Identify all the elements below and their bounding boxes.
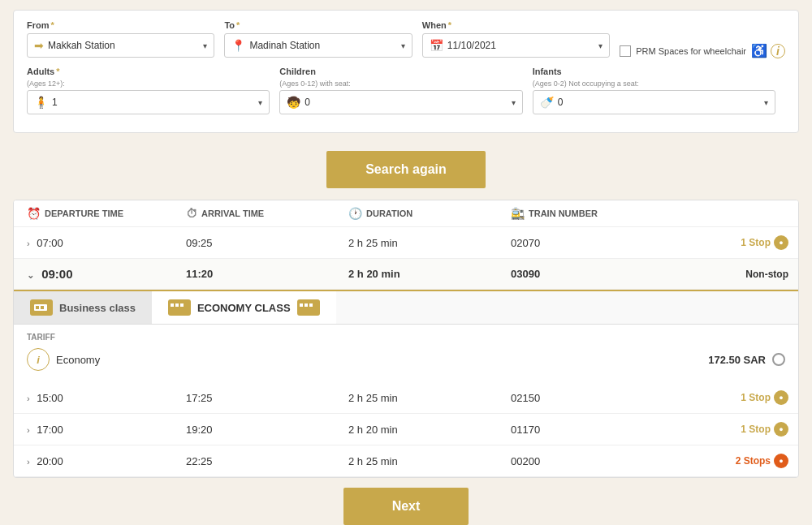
stop-icon: ● <box>774 390 788 405</box>
to-location-icon: 📍 <box>231 39 245 52</box>
economy-class-icon <box>168 299 191 316</box>
info-icon: i <box>771 44 785 58</box>
from-chevron-icon: ▾ <box>203 41 207 50</box>
child-icon: 🧒 <box>287 96 300 109</box>
stop-icon: ● <box>774 422 788 437</box>
business-class-icon <box>30 299 53 316</box>
adults-select[interactable]: 🧍 1 ▾ <box>27 90 270 114</box>
duration: 2 h 20 min <box>348 268 511 280</box>
expand-icon: › <box>27 457 30 467</box>
to-value: Madinah Station <box>249 40 400 51</box>
to-chevron-icon: ▾ <box>401 41 405 50</box>
tariff-section: TARIFF i Economy 172.50 SAR <box>14 325 798 382</box>
form-row-2: Adults* (Ages 12+): 🧍 1 ▾ Children (Ages… <box>27 67 785 114</box>
tariff-row: i Economy 172.50 SAR <box>27 348 785 371</box>
economy-seat-icon <box>297 299 320 316</box>
train-number: 01170 <box>511 424 540 436</box>
train-row[interactable]: › 07:00 09:25 2 h 25 min 02070 1 Stop ● <box>14 227 798 259</box>
expand-icon: › <box>27 394 30 403</box>
from-value: Makkah Station <box>48 40 203 51</box>
train-row[interactable]: › 15:00 17:25 2 h 25 min 02150 1 Stop ● <box>14 382 798 414</box>
train-right: 03090 Non-stop <box>511 268 788 280</box>
train-row[interactable]: › 17:00 19:20 2 h 20 min 01170 1 Stop ● <box>14 414 798 445</box>
svg-rect-6 <box>180 303 184 307</box>
duration: 2 h 20 min <box>348 424 511 436</box>
expand-icon: › <box>27 425 30 435</box>
train-icon: 🚉 <box>511 207 525 220</box>
adult-icon: 🧍 <box>34 96 48 109</box>
duration: 2 h 25 min <box>348 237 511 249</box>
departure-time: ⌄ 09:00 <box>24 267 186 281</box>
duration: 2 h 25 min <box>348 455 511 467</box>
children-select[interactable]: 🧒 0 ▾ <box>279 90 522 114</box>
next-section: Next <box>13 478 799 525</box>
from-group: From* ➡ Makkah Station ▾ <box>27 20 214 58</box>
collapse-icon: ⌄ <box>27 270 34 280</box>
when-select[interactable]: 📅 11/10/2021 ▾ <box>422 33 610 58</box>
svg-rect-1 <box>36 306 39 309</box>
from-select[interactable]: ➡ Makkah Station ▾ <box>27 33 214 58</box>
calendar-icon: 📅 <box>430 39 443 52</box>
svg-rect-8 <box>300 303 303 307</box>
tariff-radio[interactable] <box>772 353 785 366</box>
expand-icon: › <box>27 239 30 248</box>
tariff-info-icon: i <box>27 348 50 371</box>
results-header: ⏰ DEPARTURE TIME ⏱ ARRIVAL TIME 🕐 DURATI… <box>14 200 798 227</box>
col-arrival-header: ⏱ ARRIVAL TIME <box>186 207 348 220</box>
train-row-expanded[interactable]: ⌄ 09:00 11:20 2 h 20 min 03090 Non-stop <box>14 259 798 290</box>
stop-badge: 1 Stop ● <box>741 235 788 250</box>
train-right: 02150 1 Stop ● <box>511 390 788 405</box>
svg-rect-2 <box>41 306 44 309</box>
arrival-time: 09:25 <box>186 237 348 249</box>
stop-text: 1 Stop <box>741 424 771 435</box>
train-right: 02070 1 Stop ● <box>511 235 788 250</box>
duration-clock-icon: 🕐 <box>348 207 362 220</box>
prm-group: PRM Spaces for wheelchair ♿ i <box>620 20 785 58</box>
search-again-button[interactable]: Search again <box>326 151 486 188</box>
departure-time: › 20:00 <box>24 455 186 467</box>
stop-badge: 1 Stop ● <box>741 422 788 437</box>
col-departure-header: ⏰ DEPARTURE TIME <box>24 207 186 220</box>
prm-label: PRM Spaces for wheelchair <box>636 46 746 56</box>
infants-label: Infants <box>533 67 775 76</box>
stop-badge: 2 Stops ● <box>736 454 788 468</box>
arrival-time: 22:25 <box>186 455 348 467</box>
svg-rect-9 <box>304 303 308 307</box>
next-button[interactable]: Next <box>343 488 469 525</box>
business-class-tab[interactable]: Business class <box>14 291 152 324</box>
stop-icon: ● <box>774 235 788 250</box>
svg-rect-10 <box>309 303 313 307</box>
infants-select[interactable]: 🍼 0 ▾ <box>533 90 775 114</box>
col-train-header: 🚉 TRAIN NUMBER <box>511 207 788 220</box>
infants-group: Infants (Ages 0-2) Not occupying a seat:… <box>533 67 775 114</box>
stop-icon: ● <box>774 454 788 468</box>
train-number: 02150 <box>511 392 540 404</box>
infants-value: 0 <box>558 97 764 108</box>
to-group: To* 📍 Madinah Station ▾ <box>224 20 412 58</box>
tariff-name-group: i Economy <box>27 348 100 371</box>
to-label: To* <box>224 20 412 30</box>
arrival-clock-icon: ⏱ <box>186 207 197 220</box>
duration: 2 h 25 min <box>348 392 511 404</box>
tariff-price: 172.50 SAR <box>708 354 766 366</box>
infants-chevron-icon: ▾ <box>764 98 768 107</box>
prm-checkbox[interactable] <box>620 45 631 57</box>
stop-badge: 1 Stop ● <box>741 390 788 405</box>
stop-text: 2 Stops <box>736 455 771 467</box>
train-number: 02070 <box>511 237 540 249</box>
children-value: 0 <box>304 97 511 108</box>
when-label: When* <box>422 20 610 30</box>
results-section: ⏰ DEPARTURE TIME ⏱ ARRIVAL TIME 🕐 DURATI… <box>13 200 799 478</box>
departure-time: › 07:00 <box>24 237 186 249</box>
when-group: When* 📅 11/10/2021 ▾ <box>422 20 610 58</box>
from-label: From* <box>27 20 214 30</box>
business-class-label: Business class <box>59 302 136 314</box>
adults-value: 1 <box>52 97 258 108</box>
train-number: 03090 <box>511 268 540 280</box>
when-chevron-icon: ▾ <box>598 41 603 50</box>
children-chevron-icon: ▾ <box>512 98 516 107</box>
train-row[interactable]: › 20:00 22:25 2 h 25 min 00200 2 Stops ● <box>14 445 798 477</box>
to-select[interactable]: 📍 Madinah Station ▾ <box>224 33 412 58</box>
nonstop-text: Non-stop <box>745 269 788 280</box>
economy-class-tab[interactable]: ECONOMY CLASS <box>152 291 336 324</box>
